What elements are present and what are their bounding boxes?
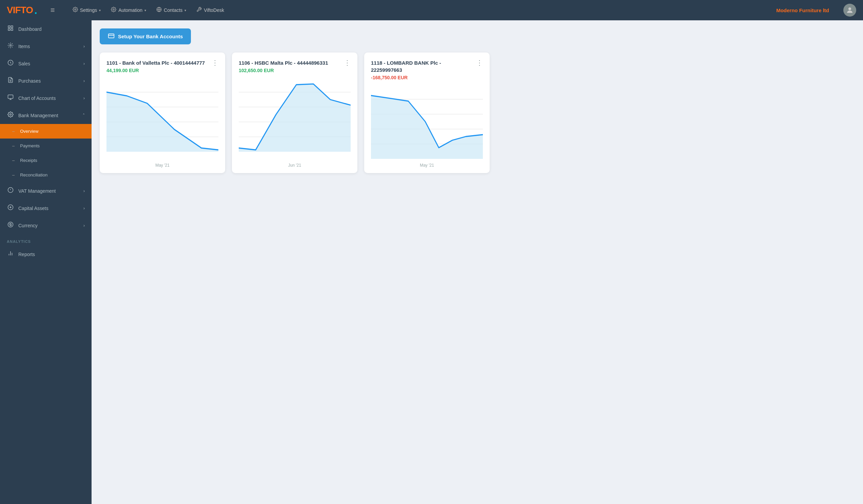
currency-icon: [7, 221, 14, 229]
svg-point-4: [848, 8, 851, 10]
viftodesk-label: ViftoDesk: [204, 8, 224, 13]
svg-point-0: [75, 9, 76, 10]
overview-label: Overview: [20, 129, 38, 134]
currency-chevron: ›: [84, 223, 85, 228]
nav-settings[interactable]: Settings ▾: [68, 5, 105, 16]
bank-card-2-header: 1106 - HSBC Malta Plc - 44444896331 ⋮: [239, 59, 351, 66]
svg-rect-5: [8, 26, 10, 27]
bank-card-3-chart: [371, 84, 483, 160]
sidebar-item-overview[interactable]: – Overview: [0, 124, 91, 139]
setup-bank-accounts-button[interactable]: Setup Your Bank Accounts: [100, 28, 191, 44]
sidebar-item-chart-of-accounts[interactable]: Chart of Accounts ›: [0, 89, 91, 107]
automation-chevron: ▾: [145, 9, 146, 12]
reports-icon: [7, 250, 14, 258]
purchases-chevron: ›: [84, 79, 85, 83]
sidebar-item-receipts[interactable]: – Receipts: [0, 153, 91, 168]
dashboard-icon: [7, 25, 14, 33]
purchases-icon: [7, 77, 14, 85]
nav-items: Settings ▾ Automation ▾ Contacts ▾ Vifto…: [68, 5, 766, 16]
bank-card-2-title: 1106 - HSBC Malta Plc - 44444896331: [239, 59, 341, 66]
svg-point-9: [10, 45, 12, 47]
nav-automation[interactable]: Automation ▾: [107, 5, 150, 16]
sidebar-item-reports[interactable]: Reports: [0, 246, 91, 263]
chart-of-accounts-chevron: ›: [84, 96, 85, 101]
sidebar-item-bank-management[interactable]: Bank Management ˄: [0, 107, 91, 124]
reports-label: Reports: [18, 252, 35, 257]
automation-label: Automation: [118, 8, 142, 13]
sidebar-item-payments[interactable]: – Payments: [0, 139, 91, 153]
bank-cards-container: 1101 - Bank of Valletta Plc - 4001444477…: [100, 52, 855, 173]
contacts-icon: [156, 7, 162, 14]
sidebar-item-dashboard[interactable]: Dashboard: [0, 20, 91, 38]
contacts-chevron: ▾: [185, 9, 186, 12]
nav-contacts[interactable]: Contacts ▾: [152, 5, 190, 16]
payments-label: Payments: [20, 143, 40, 148]
svg-point-16: [10, 114, 12, 116]
sales-chevron: ›: [84, 61, 85, 66]
bank-management-icon: [7, 112, 14, 119]
logo: VIFTO.: [7, 5, 37, 16]
top-navigation: VIFTO. ≡ Settings ▾ Automation ▾ Contact…: [0, 0, 863, 20]
svg-marker-38: [239, 84, 351, 152]
layout: Dashboard Items › Sales › Purchases ›: [0, 20, 863, 504]
bank-card-1-chart: [107, 77, 218, 160]
viftodesk-icon: [196, 7, 202, 14]
items-label: Items: [18, 44, 30, 49]
sidebar-item-reconciliation[interactable]: – Reconciliation: [0, 168, 91, 182]
setup-btn-label: Setup Your Bank Accounts: [118, 34, 183, 39]
settings-chevron: ▾: [99, 9, 101, 12]
dashboard-label: Dashboard: [18, 26, 42, 32]
bank-card-3-chart-label: May '21: [371, 163, 483, 168]
chart-of-accounts-label: Chart of Accounts: [18, 95, 56, 101]
sidebar-item-capital-assets[interactable]: Capital Assets ›: [0, 199, 91, 217]
items-icon: [7, 42, 14, 50]
receipts-dash: –: [12, 158, 15, 163]
sidebar-item-sales[interactable]: Sales ›: [0, 55, 91, 72]
settings-label: Settings: [80, 8, 97, 13]
bank-card-1-menu[interactable]: ⋮: [212, 59, 218, 66]
svg-rect-13: [8, 95, 13, 99]
bank-management-chevron: ˄: [83, 113, 85, 118]
bank-card-3-balance: -168,750.00 EUR: [371, 75, 483, 80]
capital-assets-chevron: ›: [84, 206, 85, 211]
bank-card-3-header: 1118 - LOMBARD BANK Plc - 22259997663 ⋮: [371, 59, 483, 74]
sidebar-item-currency[interactable]: Currency ›: [0, 217, 91, 234]
user-avatar[interactable]: [843, 4, 856, 17]
sales-icon: [7, 60, 14, 67]
currency-label: Currency: [18, 223, 38, 228]
vat-management-label: VAT Management: [18, 188, 56, 194]
svg-rect-7: [8, 29, 10, 30]
vat-management-icon: [7, 187, 14, 195]
bank-card-3-menu[interactable]: ⋮: [476, 59, 483, 66]
overview-dash: –: [12, 129, 15, 134]
sidebar-item-items[interactable]: Items ›: [0, 38, 91, 55]
capital-assets-icon: [7, 204, 14, 212]
vat-management-chevron: ›: [84, 189, 85, 193]
bank-card-1-chart-label: May '21: [107, 163, 218, 168]
reconciliation-label: Reconciliation: [20, 172, 48, 178]
hamburger-button[interactable]: ≡: [51, 6, 55, 15]
bank-card-2-chart-label: Jun '21: [239, 163, 351, 168]
logo-text: VIFTO: [7, 5, 33, 16]
sales-label: Sales: [18, 61, 30, 66]
setup-btn-icon: [108, 33, 115, 40]
contacts-label: Contacts: [164, 8, 183, 13]
logo-dot: .: [34, 5, 37, 16]
receipts-label: Receipts: [20, 158, 37, 163]
payments-dash: –: [12, 143, 15, 148]
items-chevron: ›: [84, 44, 85, 49]
svg-point-1: [113, 9, 114, 10]
bank-card-1-balance: 44,199.00 EUR: [107, 68, 218, 73]
nav-viftodesk[interactable]: ViftoDesk: [192, 5, 228, 16]
svg-marker-43: [371, 95, 483, 159]
bank-card-2: 1106 - HSBC Malta Plc - 44444896331 ⋮ 10…: [232, 52, 358, 173]
bank-card-2-chart: [239, 77, 351, 160]
bank-card-2-balance: 102,650.00 EUR: [239, 68, 351, 73]
sidebar-item-vat-management[interactable]: VAT Management ›: [0, 182, 91, 199]
settings-icon: [73, 7, 78, 14]
bank-card-2-menu[interactable]: ⋮: [344, 59, 351, 66]
sidebar-item-purchases[interactable]: Purchases ›: [0, 72, 91, 89]
chart-of-accounts-icon: [7, 94, 14, 102]
reconciliation-dash: –: [12, 172, 15, 178]
bank-card-3-title: 1118 - LOMBARD BANK Plc - 22259997663: [371, 59, 473, 74]
